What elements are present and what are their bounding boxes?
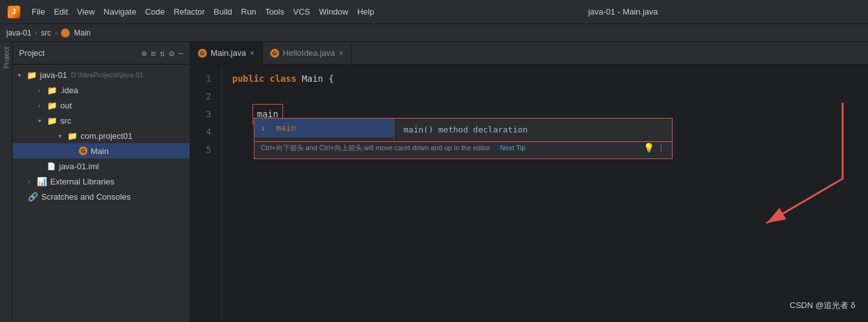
autocomplete-item-main[interactable]: ↓ main bbox=[254, 119, 393, 138]
menu-code[interactable]: Code bbox=[145, 7, 165, 16]
menu-navigate[interactable]: Navigate bbox=[103, 7, 136, 16]
tree-external-libs[interactable]: › 📊 External Libraries bbox=[13, 174, 190, 189]
tab-main-label: Main.java bbox=[211, 48, 246, 58]
main-java-icon: G bbox=[79, 146, 88, 155]
code-line-1: public class Main { bbox=[232, 70, 858, 87]
ext-lib-label: External Libraries bbox=[50, 177, 114, 186]
window-title: java-01 - Main.java bbox=[588, 7, 658, 16]
breadcrumb-sep-2: › bbox=[54, 29, 58, 37]
tree-com-project01[interactable]: ▾ 📁 com.project01 bbox=[13, 128, 190, 143]
hello-tab-icon: G bbox=[270, 49, 279, 58]
sidebar-tab[interactable]: Project bbox=[0, 42, 13, 322]
src-folder-icon: 📁 bbox=[47, 116, 57, 126]
menu-refactor[interactable]: Refactor bbox=[174, 7, 205, 16]
scratch-label: Scratches and Consoles bbox=[41, 192, 131, 202]
tree-iml[interactable]: 📄 java-01.iml bbox=[13, 158, 190, 174]
collapse-icon[interactable]: ⇅ bbox=[160, 48, 165, 58]
app-icon: J bbox=[8, 6, 20, 18]
editor-tabs: G Main.java × G HelloIdea.java × bbox=[190, 42, 868, 65]
out-arrow: › bbox=[38, 102, 47, 109]
root-label: java-01 bbox=[40, 70, 67, 80]
out-folder-icon: 📁 bbox=[47, 101, 57, 110]
panel-title: Project bbox=[19, 48, 138, 58]
idea-arrow: › bbox=[38, 87, 47, 94]
editor-content[interactable]: 1 2 3 4 5 public class Main { main bbox=[190, 65, 868, 322]
root-arrow: ▾ bbox=[18, 72, 27, 79]
autocomplete-item-text: main bbox=[276, 119, 296, 137]
idea-folder-icon: 📁 bbox=[47, 86, 57, 95]
menu-build[interactable]: Build bbox=[214, 7, 232, 16]
autocomplete-description: main() method declaration bbox=[394, 119, 672, 141]
main-label: Main bbox=[91, 146, 109, 156]
title-bar: J File Edit View Navigate Code Refactor … bbox=[0, 0, 868, 24]
main-tab-icon: G bbox=[198, 49, 207, 58]
out-label: out bbox=[60, 101, 72, 110]
tree-out[interactable]: › 📁 out bbox=[13, 98, 190, 113]
breadcrumb-java01[interactable]: java-01 bbox=[6, 29, 31, 37]
ext-lib-icon: 📊 bbox=[37, 177, 47, 186]
code-area[interactable]: public class Main { main bbox=[222, 65, 868, 322]
tab-main-close[interactable]: × bbox=[250, 49, 254, 58]
close-panel-icon[interactable]: − bbox=[178, 48, 183, 58]
file-tree: ▾ 📁 java-01 D:\IdeaProjects\java-01 › 📁 … bbox=[13, 65, 190, 322]
menu-view[interactable]: View bbox=[77, 7, 95, 16]
src-label: src bbox=[60, 116, 71, 126]
tab-hello-close[interactable]: × bbox=[339, 49, 343, 58]
menu-window[interactable]: Window bbox=[319, 7, 348, 16]
editor-area: G Main.java × G HelloIdea.java × 1 2 3 4… bbox=[190, 42, 868, 322]
settings-icon[interactable]: ⚙ bbox=[169, 48, 174, 58]
tree-idea[interactable]: › 📁 .idea bbox=[13, 82, 190, 98]
autocomplete-popup[interactable]: ↓ main main() method declaration bbox=[254, 118, 673, 142]
menu-help[interactable]: Help bbox=[357, 7, 374, 16]
menu-tools[interactable]: Tools bbox=[265, 7, 284, 16]
autocomplete-item-icon: ↓ bbox=[261, 119, 271, 137]
tab-hello-label: HelloIdea.java bbox=[283, 48, 335, 58]
tree-root[interactable]: ▾ 📁 java-01 D:\IdeaProjects\java-01 bbox=[13, 67, 190, 82]
kw-public: public class bbox=[232, 70, 296, 87]
iml-label: java-01.iml bbox=[59, 162, 99, 171]
breadcrumb-src[interactable]: src bbox=[41, 29, 51, 37]
autocomplete-list: ↓ main bbox=[254, 119, 394, 141]
tree-src[interactable]: ▾ 📁 src bbox=[13, 113, 190, 128]
menu-edit[interactable]: Edit bbox=[54, 7, 68, 16]
code-line-2 bbox=[232, 87, 858, 105]
file-tree-panel: Project ⊕ ≡ ⇅ ⚙ − ▾ 📁 java-01 D:\IdeaPro… bbox=[13, 42, 190, 322]
menu-bar: File Edit View Navigate Code Refactor Bu… bbox=[32, 7, 374, 16]
tree-scratches[interactable]: 🔗 Scratches and Consoles bbox=[13, 189, 190, 204]
list-icon[interactable]: ≡ bbox=[150, 48, 155, 58]
com-arrow: ▾ bbox=[58, 132, 67, 139]
idea-label: .idea bbox=[60, 86, 78, 95]
breadcrumb-sep-1: › bbox=[34, 29, 38, 37]
line-numbers: 1 2 3 4 5 bbox=[190, 65, 222, 322]
tree-main[interactable]: G Main bbox=[13, 143, 190, 158]
root-path: D:\IdeaProjects\java-01 bbox=[71, 71, 143, 79]
root-folder-icon: 📁 bbox=[27, 70, 37, 80]
iml-icon: 📄 bbox=[47, 162, 56, 171]
tab-hello-java[interactable]: G HelloIdea.java × bbox=[263, 42, 352, 64]
ext-arrow: › bbox=[28, 178, 37, 185]
sidebar-tab-label: Project bbox=[3, 47, 10, 68]
menu-vcs[interactable]: VCS bbox=[293, 7, 310, 16]
watermark: CSDN @追光者 δ bbox=[790, 297, 856, 314]
class-name-main: Main { bbox=[296, 70, 334, 87]
com-label: com.project01 bbox=[81, 131, 133, 141]
menu-file[interactable]: File bbox=[32, 7, 45, 16]
breadcrumb-class-icon bbox=[61, 29, 70, 37]
desc-text: main() method declaration bbox=[404, 121, 528, 139]
src-arrow: ▾ bbox=[38, 117, 47, 124]
com-folder-icon: 📁 bbox=[67, 131, 77, 141]
tab-main-java[interactable]: G Main.java × bbox=[190, 42, 263, 64]
scratch-icon: 🔗 bbox=[28, 192, 38, 202]
panel-header: Project ⊕ ≡ ⇅ ⚙ − bbox=[13, 42, 190, 65]
main-layout: Project Project ⊕ ≡ ⇅ ⚙ − ▾ 📁 java-01 D:… bbox=[0, 42, 868, 322]
add-icon[interactable]: ⊕ bbox=[141, 48, 147, 58]
menu-run[interactable]: Run bbox=[241, 7, 256, 16]
breadcrumb-main[interactable]: Main bbox=[74, 29, 91, 37]
